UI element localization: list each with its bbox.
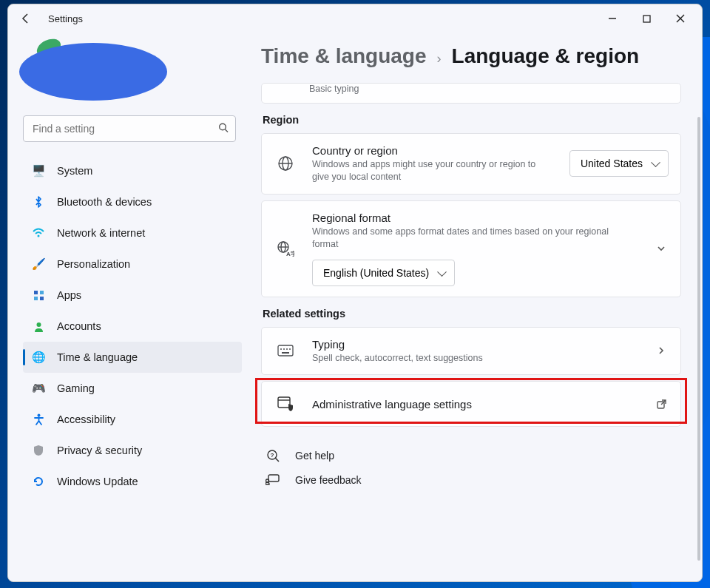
svg-point-4 — [220, 124, 226, 130]
feedback-label: Give feedback — [295, 474, 362, 486]
svg-line-30 — [275, 459, 279, 462]
nav-bluetooth[interactable]: Bluetooth & devices — [23, 186, 242, 217]
svg-rect-32 — [268, 475, 279, 481]
card-subtitle: Spell check, autocorrect, text suggestio… — [312, 352, 593, 365]
expand-chevron-icon[interactable] — [654, 243, 669, 254]
regional-format-card[interactable]: A字 Regional format Windows and some apps… — [261, 200, 681, 297]
help-icon: ? — [263, 449, 283, 462]
give-feedback-link[interactable]: Give feedback — [261, 468, 681, 492]
nav-label: Apps — [57, 289, 81, 301]
titlebar: Settings — [8, 4, 702, 33]
nav-label: Gaming — [57, 382, 95, 394]
globe-clock-icon: 🌐 — [32, 351, 45, 364]
svg-point-11 — [36, 322, 41, 327]
nav-apps[interactable]: Apps — [23, 280, 242, 311]
breadcrumb-parent[interactable]: Time & language — [261, 44, 427, 68]
nav-privacy[interactable]: Privacy & security — [23, 435, 242, 466]
nav-accounts[interactable]: Accounts — [23, 311, 242, 342]
country-dropdown[interactable]: United States — [569, 150, 669, 177]
section-heading-related: Related settings — [263, 308, 681, 320]
get-help-link[interactable]: ? Get help — [261, 443, 681, 468]
nav-label: Time & language — [57, 351, 138, 363]
accessibility-icon — [32, 413, 45, 426]
close-button[interactable] — [663, 7, 697, 30]
maximize-button[interactable] — [629, 7, 663, 30]
dropdown-value: English (United States) — [323, 267, 429, 279]
feedback-icon — [263, 474, 283, 486]
svg-rect-7 — [34, 291, 38, 294]
search-box[interactable] — [23, 115, 236, 142]
keyboard-card-truncated[interactable]: Basic typing — [261, 83, 681, 104]
account-avatar-redacted — [19, 43, 167, 101]
svg-line-5 — [225, 129, 228, 132]
update-icon — [32, 475, 45, 488]
svg-rect-20 — [278, 345, 293, 356]
sidebar: 🖥️System Bluetooth & devices Network & i… — [8, 33, 252, 581]
dropdown-value: United States — [581, 158, 643, 169]
nav-network[interactable]: Network & internet — [23, 217, 242, 249]
minimize-button[interactable] — [595, 7, 629, 30]
globe-text-icon: A字 — [274, 240, 297, 257]
svg-point-12 — [37, 414, 40, 417]
svg-point-23 — [286, 348, 288, 350]
settings-window: Settings 🖥️System Bluetooth & devices Ne… — [7, 4, 703, 582]
keyboard-icon — [274, 345, 297, 356]
back-button[interactable] — [18, 10, 35, 27]
svg-point-24 — [289, 348, 291, 350]
nav-label: Privacy & security — [57, 445, 142, 456]
nav-windows-update[interactable]: Windows Update — [23, 466, 242, 497]
scrollbar[interactable] — [697, 117, 700, 561]
nav-accessibility[interactable]: Accessibility — [23, 404, 242, 435]
account-header[interactable] — [23, 43, 242, 108]
content-pane: Time & language › Language & region Basi… — [252, 33, 702, 581]
search-input[interactable] — [23, 115, 236, 142]
card-title: Administrative language settings — [312, 398, 639, 410]
nav-label: Accounts — [57, 320, 101, 332]
chevron-right-icon: › — [437, 51, 442, 67]
monitor-icon: 🖥️ — [32, 164, 45, 178]
admin-language-card[interactable]: Administrative language settings — [261, 381, 681, 427]
nav-label: Personalization — [57, 258, 130, 270]
svg-rect-25 — [282, 352, 289, 354]
nav-time-language[interactable]: 🌐Time & language — [23, 342, 242, 373]
nav-system[interactable]: 🖥️System — [23, 155, 242, 186]
nav-label: System — [57, 165, 92, 177]
breadcrumb: Time & language › Language & region — [261, 41, 681, 83]
nav-gaming[interactable]: 🎮Gaming — [23, 373, 242, 404]
breadcrumb-current: Language & region — [452, 44, 640, 68]
svg-point-22 — [283, 348, 285, 350]
card-title: Country or region — [312, 144, 555, 157]
apps-icon — [32, 288, 45, 302]
card-title: Regional format — [312, 212, 639, 224]
shield-icon — [32, 444, 45, 457]
help-label: Get help — [295, 450, 334, 462]
nav-list: 🖥️System Bluetooth & devices Network & i… — [23, 155, 242, 497]
svg-rect-26 — [278, 397, 290, 408]
truncated-subtitle: Basic typing — [309, 84, 359, 94]
window-shield-icon — [274, 396, 297, 411]
svg-point-6 — [38, 235, 40, 237]
svg-text:A字: A字 — [286, 250, 294, 257]
nav-label: Accessibility — [57, 413, 115, 425]
svg-rect-10 — [40, 297, 44, 300]
card-subtitle: Windows and apps might use your country … — [312, 158, 555, 183]
bluetooth-icon — [32, 195, 45, 209]
window-title: Settings — [48, 13, 83, 24]
svg-rect-8 — [40, 291, 44, 294]
search-icon — [218, 123, 229, 135]
svg-rect-1 — [643, 16, 650, 22]
svg-text:?: ? — [271, 452, 274, 459]
nav-label: Windows Update — [57, 476, 138, 487]
regional-format-dropdown[interactable]: English (United States) — [312, 260, 455, 286]
card-title: Typing — [312, 338, 639, 351]
svg-rect-9 — [34, 297, 38, 300]
paintbrush-icon: 🖌️ — [32, 257, 45, 271]
nav-label: Network & internet — [57, 227, 145, 239]
section-heading-region: Region — [263, 114, 681, 126]
country-region-card[interactable]: Country or region Windows and apps might… — [261, 133, 681, 195]
external-link-icon — [654, 399, 669, 410]
nav-label: Bluetooth & devices — [57, 196, 152, 208]
typing-card[interactable]: Typing Spell check, autocorrect, text su… — [261, 327, 681, 376]
nav-personalization[interactable]: 🖌️Personalization — [23, 249, 242, 280]
chevron-right-icon — [654, 345, 669, 356]
